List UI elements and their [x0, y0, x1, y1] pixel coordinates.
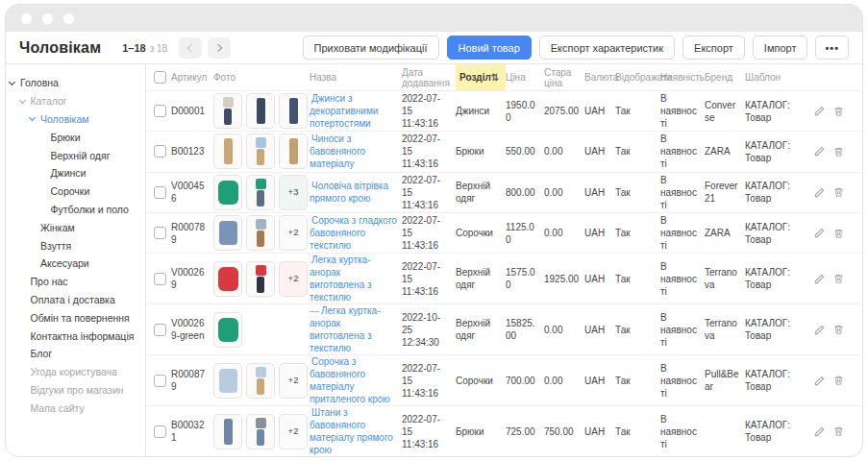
- product-photo[interactable]: [246, 261, 275, 297]
- column-header-section[interactable]: Розділ⇅: [456, 64, 506, 90]
- product-link[interactable]: Чоловіча вітрівка прямого крою: [310, 181, 388, 204]
- sidebar-item[interactable]: Сорочки: [6, 182, 145, 201]
- more-photos-badge[interactable]: +2: [279, 261, 308, 297]
- new-product-button[interactable]: Новий товар: [447, 36, 532, 60]
- product-link[interactable]: Сорочка з бавовняного матеріалу притален…: [310, 356, 390, 404]
- product-link[interactable]: Легка куртка-анорак виготовлена з тексти…: [310, 305, 381, 353]
- edit-icon[interactable]: [814, 146, 825, 157]
- product-photo[interactable]: [279, 133, 308, 169]
- sidebar-item[interactable]: Оплата і доставка: [6, 291, 145, 309]
- product-link[interactable]: Джинси з декоративними потертостями: [310, 93, 378, 129]
- row-photos: +2: [213, 215, 310, 251]
- more-photos-badge[interactable]: +2: [279, 363, 308, 399]
- product-photo[interactable]: [213, 261, 242, 297]
- sidebar-item[interactable]: Верхній одяг: [6, 146, 145, 164]
- product-photo[interactable]: [213, 414, 242, 449]
- column-header-old[interactable]: Стара ціна: [544, 64, 584, 90]
- export-button[interactable]: Експорт: [682, 36, 745, 60]
- sidebar-item[interactable]: Контактна інформація: [6, 327, 145, 345]
- delete-icon[interactable]: [833, 146, 844, 158]
- delete-icon[interactable]: [833, 186, 844, 198]
- delete-icon[interactable]: [833, 228, 844, 239]
- product-photo[interactable]: [213, 363, 242, 399]
- sidebar-item[interactable]: Аксесуари: [6, 255, 145, 273]
- row-checkbox[interactable]: [154, 375, 166, 387]
- hide-modifications-button[interactable]: Приховати модифікації: [303, 36, 439, 60]
- row-checkbox[interactable]: [154, 227, 166, 239]
- product-link[interactable]: Сорочка з гладкого бавовняного текстилю: [310, 215, 397, 251]
- product-photo[interactable]: [246, 215, 275, 251]
- sidebar-item[interactable]: Чоловікам: [6, 110, 145, 129]
- delete-icon[interactable]: [833, 273, 844, 284]
- sidebar-item[interactable]: Угода користувача: [6, 363, 145, 381]
- product-link[interactable]: Легка куртка-анорак виготовлена з тексти…: [310, 255, 372, 303]
- window-control-minimize[interactable]: [42, 13, 53, 24]
- column-header-sku[interactable]: Артикул: [171, 64, 213, 90]
- select-all-checkbox[interactable]: [154, 71, 166, 84]
- column-header-photo[interactable]: Фото: [213, 64, 310, 90]
- sidebar-item[interactable]: Джинси: [6, 164, 145, 182]
- more-photos-badge[interactable]: +2: [279, 414, 308, 449]
- sidebar-item[interactable]: Жінкам: [6, 218, 145, 236]
- column-header-tpl[interactable]: Шаблон: [745, 64, 814, 90]
- window-control-maximize[interactable]: [63, 13, 74, 24]
- import-button[interactable]: Імпорт: [753, 36, 808, 60]
- sidebar-item[interactable]: Каталог: [6, 92, 145, 110]
- edit-icon[interactable]: [814, 325, 825, 335]
- product-photo[interactable]: [246, 414, 275, 449]
- product-photo[interactable]: [213, 133, 242, 169]
- more-button[interactable]: •••: [815, 36, 849, 60]
- product-link[interactable]: Чиноси з бавовняного матеріалу: [310, 133, 365, 169]
- sidebar-item[interactable]: Про нас: [6, 273, 145, 291]
- next-page-button[interactable]: [208, 37, 231, 59]
- edit-icon[interactable]: [814, 228, 825, 238]
- delete-icon[interactable]: [833, 324, 844, 335]
- sort-icon[interactable]: ⇅: [491, 72, 499, 83]
- product-photo[interactable]: [213, 93, 242, 129]
- export-characteristics-button[interactable]: Експорт характеристик: [539, 36, 675, 60]
- column-header-cur[interactable]: Валюта: [584, 64, 615, 90]
- row-checkbox[interactable]: [154, 145, 166, 158]
- product-photo[interactable]: [246, 133, 275, 169]
- product-photo[interactable]: [213, 312, 242, 348]
- product-photo[interactable]: [246, 175, 275, 210]
- column-header-price[interactable]: Ціна: [506, 64, 544, 90]
- edit-icon[interactable]: [814, 274, 825, 284]
- sidebar-item[interactable]: Взуття: [6, 236, 145, 255]
- prev-page-button[interactable]: [179, 37, 202, 59]
- edit-icon[interactable]: [814, 426, 825, 437]
- sidebar-item[interactable]: Обмін та повернення: [6, 308, 145, 327]
- column-header-brand[interactable]: Бренд: [705, 64, 745, 90]
- sidebar-item[interactable]: Головна: [6, 74, 145, 92]
- sidebar-item[interactable]: Футболки и поло: [6, 201, 145, 219]
- row-checkbox[interactable]: [154, 324, 166, 336]
- product-photo[interactable]: [213, 215, 242, 251]
- sidebar-item[interactable]: Блог: [6, 345, 145, 363]
- sidebar-item[interactable]: Відгуки про магазин: [6, 381, 145, 400]
- product-photo[interactable]: [279, 93, 308, 129]
- product-photo[interactable]: [213, 175, 242, 210]
- column-header-disp[interactable]: Відображати: [615, 64, 660, 90]
- row-checkbox[interactable]: [154, 105, 166, 117]
- delete-icon[interactable]: [833, 375, 844, 386]
- delete-icon[interactable]: [833, 106, 844, 117]
- more-photos-badge[interactable]: +3: [279, 175, 308, 210]
- edit-icon[interactable]: [814, 106, 825, 116]
- product-photo[interactable]: [246, 363, 275, 399]
- product-photo[interactable]: [246, 93, 275, 129]
- sidebar-item-label: Каталог: [31, 95, 67, 107]
- sidebar-item[interactable]: Мапа сайту: [6, 399, 145, 417]
- column-header-date[interactable]: Дата додавання: [402, 64, 456, 90]
- sidebar-item[interactable]: Брюки: [6, 128, 145, 146]
- product-link[interactable]: Штани з бавовняного матеріалу прямого кр…: [310, 407, 393, 455]
- edit-icon[interactable]: [814, 187, 825, 198]
- more-photos-badge[interactable]: +2: [279, 215, 308, 251]
- column-header-name[interactable]: Назва: [310, 64, 402, 90]
- edit-icon[interactable]: [814, 376, 825, 386]
- column-header-avail[interactable]: Наявність: [660, 64, 705, 90]
- row-checkbox[interactable]: [154, 425, 166, 438]
- row-checkbox[interactable]: [154, 186, 166, 199]
- delete-icon[interactable]: [833, 425, 844, 437]
- window-control-close[interactable]: [21, 13, 32, 24]
- row-checkbox[interactable]: [154, 273, 166, 285]
